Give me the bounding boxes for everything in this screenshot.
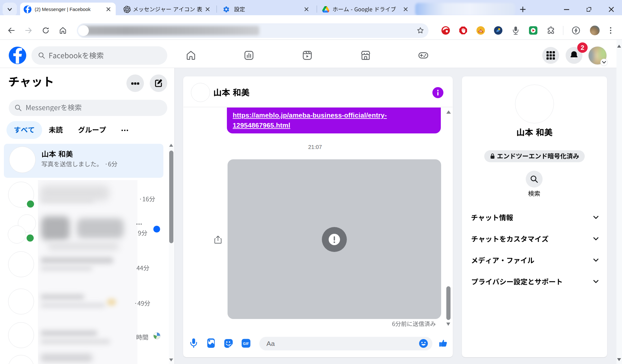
svg-text:GIF: GIF <box>243 342 249 346</box>
